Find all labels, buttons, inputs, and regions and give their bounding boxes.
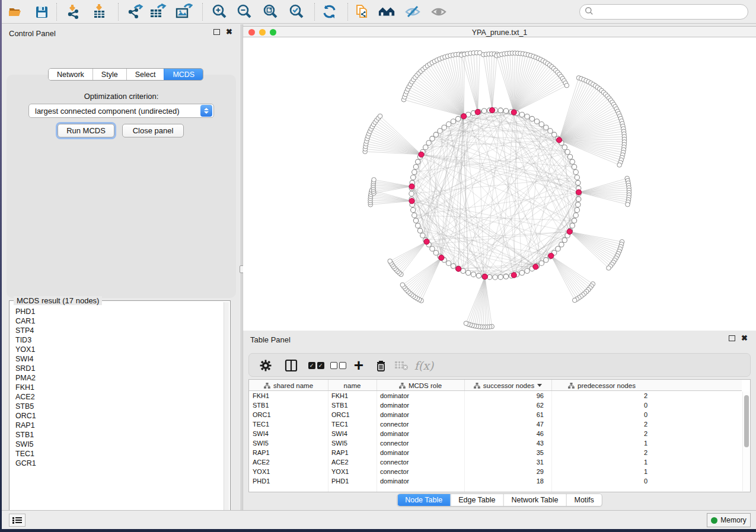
dominator-node[interactable] [511, 273, 516, 278]
tab-network-table[interactable]: Network Table [503, 494, 566, 506]
tab-motifs[interactable]: Motifs [566, 494, 601, 506]
mcds-result-item[interactable]: PHD1 [15, 307, 223, 316]
leaf-node[interactable] [400, 283, 405, 287]
show-all-icon[interactable] [430, 3, 448, 21]
save-icon[interactable] [33, 3, 50, 21]
table-row[interactable]: SWI4SWI4dominator462 [249, 429, 742, 438]
select-all-checkbox-icon[interactable]: ✓✓ [306, 358, 326, 373]
ring-node[interactable] [409, 191, 414, 196]
leaf-node[interactable] [378, 114, 382, 118]
tab-edge-table[interactable]: Edge Table [450, 494, 503, 506]
dominator-node[interactable] [456, 266, 461, 271]
mcds-result-item[interactable]: TEC1 [15, 449, 223, 459]
ring-node[interactable] [562, 238, 567, 242]
open-file-icon[interactable] [7, 3, 24, 21]
ring-node[interactable] [412, 213, 417, 217]
mcds-result-item[interactable]: ORC1 [15, 411, 223, 421]
ring-node[interactable] [471, 272, 476, 277]
ring-node[interactable] [539, 122, 544, 127]
mcds-result-item[interactable]: SWI5 [15, 440, 223, 449]
ring-node[interactable] [529, 116, 534, 121]
table-row[interactable]: ACE2ACE2connector311 [249, 457, 742, 467]
ring-node[interactable] [559, 242, 564, 247]
tab-network[interactable]: Network [49, 69, 92, 80]
close-panel-icon[interactable]: ✖ [226, 29, 232, 35]
ring-node[interactable] [413, 164, 418, 169]
ring-node[interactable] [446, 122, 451, 127]
zoom-selected-icon[interactable] [288, 3, 305, 21]
leaf-node[interactable] [607, 266, 611, 271]
zoom-fit-icon[interactable] [261, 3, 279, 21]
ring-node[interactable] [498, 274, 503, 279]
leaf-node[interactable] [464, 321, 468, 326]
ring-node[interactable] [575, 175, 579, 180]
close-table-panel-icon[interactable]: ✖ [741, 335, 748, 341]
delete-column-icon[interactable] [374, 358, 388, 373]
tab-style[interactable]: Style [92, 69, 126, 80]
dominator-node[interactable] [567, 229, 572, 234]
ring-node[interactable] [430, 136, 435, 141]
ring-node[interactable] [433, 251, 438, 255]
tab-node-table[interactable]: Node Table [397, 494, 450, 506]
table-row[interactable]: ORC1ORC1dominator610 [249, 410, 742, 419]
dominator-node[interactable] [489, 107, 495, 113]
leaf-node[interactable] [564, 83, 569, 88]
ring-node[interactable] [416, 159, 420, 164]
mcds-result-item[interactable]: GCR1 [15, 459, 223, 468]
ring-node[interactable] [572, 164, 576, 169]
ring-node[interactable] [544, 258, 548, 262]
leaf-node[interactable] [626, 202, 630, 207]
ring-node[interactable] [565, 149, 570, 154]
ring-node[interactable] [498, 108, 503, 113]
ring-node[interactable] [481, 108, 486, 113]
find-modules-icon[interactable] [378, 3, 395, 21]
close-panel-button[interactable]: Close panel [122, 124, 184, 137]
mcds-result-item[interactable]: TID3 [15, 335, 223, 345]
table-row[interactable]: STB1STB1dominator620 [249, 400, 742, 410]
leaf-node[interactable] [572, 298, 577, 303]
import-network-icon[interactable] [65, 3, 82, 21]
mcds-result-list[interactable]: PHD1CAR1STP4TID3YOX1SWI4SRD1PMA2FKH1ACE2… [11, 302, 223, 519]
ring-node[interactable] [573, 213, 578, 217]
dominator-node[interactable] [548, 253, 554, 258]
mcds-result-item[interactable]: STB5 [15, 402, 223, 411]
export-table-icon[interactable] [149, 3, 167, 21]
ring-node[interactable] [534, 119, 539, 124]
leaf-node[interactable] [617, 163, 622, 168]
run-mcds-button[interactable]: Run MCDS [58, 124, 114, 137]
ring-node[interactable] [519, 112, 524, 117]
tab-mcds[interactable]: MCDS [164, 69, 203, 80]
import-table-icon[interactable] [91, 3, 109, 21]
ring-node[interactable] [544, 125, 548, 130]
table-row[interactable]: FKH1FKH1dominator962 [249, 391, 742, 400]
table-row[interactable]: YOX1YOX1connector291 [249, 467, 742, 476]
ring-node[interactable] [539, 261, 544, 265]
memory-button[interactable]: Memory [707, 513, 751, 527]
mcds-result-item[interactable]: FKH1 [15, 383, 223, 392]
mcds-result-scrollbar[interactable] [224, 302, 229, 519]
leaf-node[interactable] [372, 178, 377, 182]
float-panel-icon[interactable] [213, 29, 220, 35]
mcds-result-item[interactable]: STB1 [15, 430, 223, 440]
ring-node[interactable] [442, 125, 446, 130]
dominator-node[interactable] [482, 274, 487, 279]
dominator-node[interactable] [461, 114, 467, 119]
split-column-icon[interactable] [283, 358, 299, 373]
mcds-result-item[interactable]: RAP1 [15, 421, 223, 430]
table-row[interactable]: TEC1TEC1connector472 [249, 419, 742, 429]
ring-node[interactable] [567, 154, 572, 159]
dominator-node[interactable] [409, 184, 414, 189]
dominator-node[interactable] [533, 264, 538, 270]
ring-node[interactable] [525, 114, 529, 119]
ring-node[interactable] [412, 169, 417, 174]
ring-node[interactable] [576, 202, 580, 207]
add-column-icon[interactable]: + [351, 358, 366, 373]
table-scrollbar[interactable] [742, 392, 749, 491]
ring-node[interactable] [451, 264, 455, 268]
export-image-icon[interactable] [175, 3, 193, 21]
tab-select[interactable]: Select [126, 69, 164, 80]
ring-node[interactable] [426, 140, 431, 145]
mcds-result-item[interactable]: STP4 [15, 326, 223, 335]
ring-node[interactable] [519, 270, 524, 275]
table-row[interactable]: RAP1RAP1dominator352 [249, 448, 742, 457]
